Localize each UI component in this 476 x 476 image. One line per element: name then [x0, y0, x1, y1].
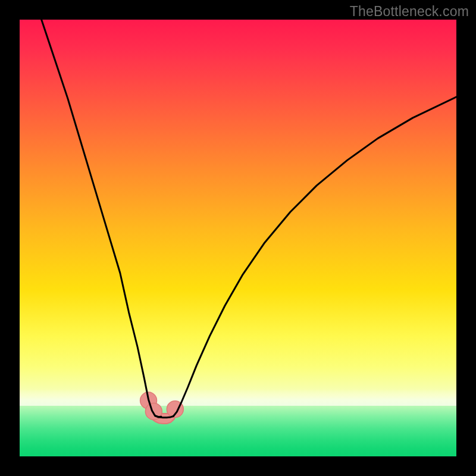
series-left_branch	[42, 20, 161, 417]
curve-series	[42, 20, 456, 418]
plot-area	[20, 20, 456, 456]
series-right_branch	[173, 97, 456, 416]
chart-stage: TheBottleneck.com	[0, 0, 476, 476]
curve-layer	[20, 20, 456, 456]
watermark-text: TheBottleneck.com	[350, 4, 469, 20]
